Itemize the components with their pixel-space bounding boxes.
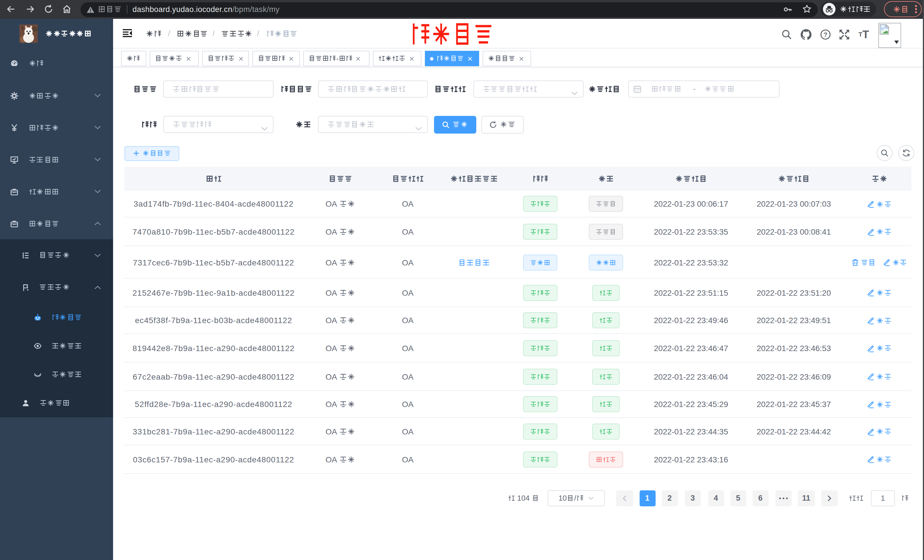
svg-text:?: ? xyxy=(824,31,827,38)
